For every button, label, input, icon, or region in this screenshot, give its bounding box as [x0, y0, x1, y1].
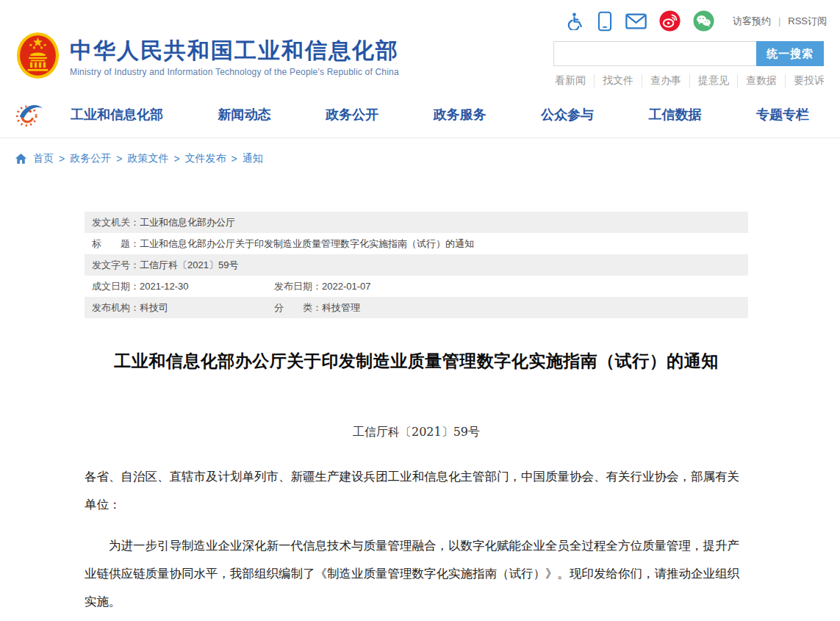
- breadcrumb-notice[interactable]: 通知: [243, 152, 263, 165]
- meta-value: 工业和信息化部办公厅关于印发制造业质量管理数字化实施指南（试行）的通知: [140, 238, 474, 249]
- meta-label: 发布日期：: [274, 281, 322, 292]
- quick-link-news[interactable]: 看新闻: [553, 74, 595, 87]
- site-header: 中华人民共和国工业和信息化部 Ministry of Industry and …: [16, 26, 824, 87]
- rss-link[interactable]: RSS订阅: [788, 15, 827, 28]
- meta-value: 工信厅科〔2021〕59号: [140, 259, 238, 270]
- nav-item-gov-services[interactable]: 政务服务: [434, 106, 487, 123]
- meta-row-issuing-office: 发文机关：工业和信息化部办公厅: [85, 212, 748, 233]
- meta-value: 2022-01-07: [322, 281, 371, 292]
- quick-link-feedback[interactable]: 提意见: [690, 74, 738, 87]
- nav-item-gov-disclosure[interactable]: 政务公开: [326, 106, 378, 123]
- meta-row-dates: 成文日期：2021-12-30 发布日期：2022-01-07: [85, 276, 748, 297]
- meta-label: 成文日期：: [92, 281, 140, 292]
- document-number: 工信厅科〔2021〕59号: [85, 425, 748, 440]
- search-area: 统一搜索 看新闻 找文件 查办事 提意见 查数据 要投诉: [553, 41, 824, 87]
- quick-link-data[interactable]: 查数据: [738, 74, 786, 87]
- nav-item-news[interactable]: 新闻动态: [218, 106, 271, 123]
- brand-text: 中华人民共和国工业和信息化部 Ministry of Industry and …: [70, 37, 399, 78]
- document-body-paragraph: 为进一步引导制造业企业深化新一代信息技术与质量管理融合，以数字化赋能企业全员全过…: [85, 532, 748, 616]
- brand: 中华人民共和国工业和信息化部 Ministry of Industry and …: [16, 26, 399, 87]
- site-title: 中华人民共和国工业和信息化部: [70, 37, 399, 65]
- quick-link-documents[interactable]: 找文件: [595, 74, 642, 87]
- document-title: 工业和信息化部办公厅关于印发制造业质量管理数字化实施指南（试行）的通知: [85, 350, 748, 373]
- breadcrumb: 首页 > 政务公开 > 政策文件 > 文件发布 > 通知: [15, 152, 263, 165]
- meta-label: 发布机构：: [92, 302, 140, 313]
- meta-label: 发文机关：: [92, 217, 140, 228]
- document-salutation: 各省、自治区、直辖市及计划单列市、新疆生产建设兵团工业和信息化主管部门，中国质量…: [85, 463, 748, 519]
- meta-value: 工业和信息化部办公厅: [140, 217, 235, 228]
- page: 访客预约 | RSS订阅: [0, 0, 840, 621]
- site-subtitle: Ministry of Industry and Information Tec…: [70, 67, 399, 77]
- breadcrumb-policy-documents[interactable]: 政策文件: [127, 152, 168, 165]
- meta-value: 科技司: [140, 302, 168, 313]
- meta-row-doc-number: 发文字号：工信厅科〔2021〕59号: [85, 254, 748, 276]
- breadcrumb-home[interactable]: 首页: [33, 152, 54, 165]
- visitor-booking-link[interactable]: 访客预约: [733, 15, 771, 28]
- nav-item-public-participation[interactable]: 公众参与: [541, 106, 594, 123]
- breadcrumb-separator: >: [231, 153, 237, 165]
- breadcrumb-gov-disclosure[interactable]: 政务公开: [70, 152, 111, 165]
- main-nav: 工业和信息化部 新闻动态 政务公开 政务服务 公众参与 工信数据 专题专栏: [0, 92, 840, 138]
- home-icon[interactable]: [15, 153, 27, 165]
- quick-link-complaint[interactable]: 要投诉: [786, 74, 825, 87]
- quick-link-services[interactable]: 查办事: [642, 74, 690, 87]
- breadcrumb-separator: >: [116, 153, 122, 165]
- topbar-divider: |: [778, 15, 780, 26]
- meta-label: 分 类：: [274, 302, 322, 313]
- quick-links: 看新闻 找文件 查办事 提意见 查数据 要投诉: [553, 74, 824, 87]
- breadcrumb-document-release[interactable]: 文件发布: [185, 152, 226, 165]
- document-meta-table: 发文机关：工业和信息化部办公厅 标 题：工业和信息化部办公厅关于印发制造业质量管…: [85, 212, 748, 318]
- national-emblem: [16, 31, 60, 83]
- meta-value: 科技管理: [322, 302, 360, 313]
- unified-search-button[interactable]: 统一搜索: [756, 41, 824, 66]
- nav-item-miit[interactable]: 工业和信息化部: [71, 106, 163, 123]
- breadcrumb-separator: >: [59, 153, 65, 165]
- meta-label: 发文字号：: [92, 259, 140, 270]
- meta-value: 2021-12-30: [140, 281, 189, 292]
- miit-logo-icon: [15, 99, 46, 130]
- breadcrumb-separator: >: [173, 153, 179, 165]
- meta-row-publisher-category: 发布机构：科技司 分 类：科技管理: [85, 297, 748, 318]
- search-input[interactable]: [553, 41, 756, 66]
- meta-label: 标 题：: [92, 238, 140, 249]
- document-content: 发文机关：工业和信息化部办公厅 标 题：工业和信息化部办公厅关于印发制造业质量管…: [85, 212, 748, 621]
- nav-item-special-topics[interactable]: 专题专栏: [756, 106, 809, 123]
- meta-row-title: 标 题：工业和信息化部办公厅关于印发制造业质量管理数字化实施指南（试行）的通知: [85, 233, 748, 254]
- nav-item-industry-data[interactable]: 工信数据: [649, 106, 702, 123]
